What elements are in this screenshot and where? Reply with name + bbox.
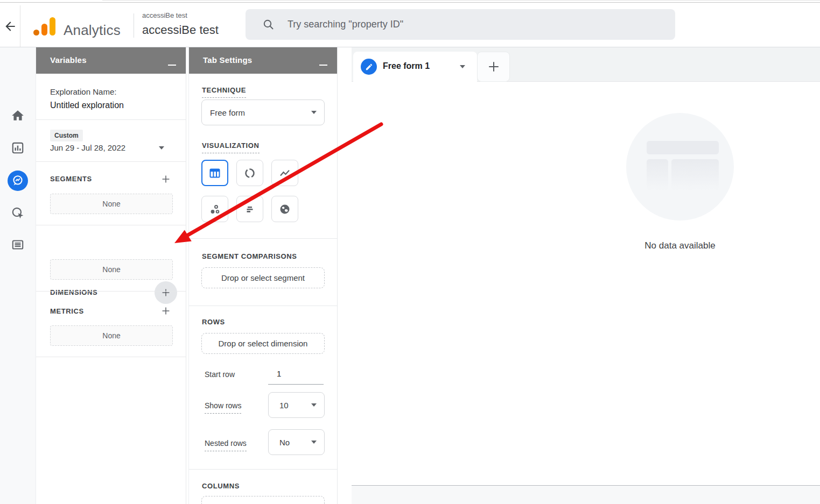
chevron-down-icon	[311, 403, 317, 407]
app-header: Analytics accessiBe test accessiBe test …	[0, 5, 820, 47]
chevron-down-icon	[311, 441, 317, 444]
divider	[36, 291, 186, 292]
viz-donut-button[interactable]	[236, 160, 263, 186]
technique-select[interactable]: Free form	[201, 100, 325, 125]
sidebar-item-reports[interactable]	[5, 135, 31, 161]
show-rows-value: 10	[279, 401, 289, 410]
columns-label: COLUMNS	[202, 482, 240, 490]
variables-panel: Variables Exploration Name: Untitled exp…	[36, 47, 186, 504]
add-segment-button[interactable]	[155, 168, 177, 190]
header-divider	[20, 5, 20, 47]
search-icon	[262, 18, 275, 31]
segment-drop-zone[interactable]: Drop or select segment	[201, 267, 325, 288]
donut-chart-icon	[243, 167, 256, 180]
viz-table-button[interactable]	[201, 160, 228, 186]
date-range-badge: Custom	[50, 130, 83, 141]
browser-chrome-line	[102, 0, 820, 1]
header-divider	[134, 13, 134, 38]
sidebar-item-library[interactable]	[5, 232, 31, 258]
date-range-value[interactable]: Jun 29 - Jul 28, 2022	[50, 143, 125, 152]
divider	[36, 161, 186, 162]
divider	[36, 225, 186, 225]
empty-state-text: No data available	[599, 240, 761, 251]
divider	[189, 469, 337, 470]
dimensions-none-box[interactable]: None	[50, 259, 173, 280]
dimensions-label: DIMENSIONS	[50, 288, 97, 296]
chevron-down-icon[interactable]	[159, 146, 164, 150]
minimize-panel-button[interactable]	[168, 65, 176, 66]
nav-rail	[0, 47, 36, 504]
sidebar-item-advertising[interactable]	[5, 200, 31, 226]
show-rows-select[interactable]: 10	[268, 392, 325, 418]
globe-icon	[278, 203, 291, 216]
add-tab-button[interactable]	[477, 52, 510, 82]
empty-state-illustration	[626, 113, 734, 221]
exploration-name-value[interactable]: Untitled exploration	[50, 101, 124, 110]
edit-pencil-icon[interactable]	[361, 59, 377, 75]
show-rows-label: Show rows	[205, 401, 241, 414]
canvas-card: No data available	[352, 82, 820, 486]
back-button[interactable]	[3, 19, 17, 33]
divider	[36, 357, 186, 357]
rows-label: ROWS	[202, 318, 225, 326]
search-placeholder: Try searching "property ID"	[288, 19, 403, 30]
segments-none-box[interactable]: None	[50, 194, 173, 214]
segment-comparisons-label: SEGMENT COMPARISONS	[202, 252, 297, 260]
analytics-logo-icon[interactable]	[32, 17, 57, 37]
columns-drop-zone[interactable]	[201, 496, 325, 504]
search-input[interactable]: Try searching "property ID"	[246, 9, 675, 40]
start-row-input[interactable]: 1	[277, 369, 281, 378]
start-row-underline	[268, 384, 324, 385]
start-row-label: Start row	[205, 370, 235, 379]
viz-geo-button[interactable]	[271, 196, 298, 222]
visualization-label: VISUALIZATION	[202, 141, 260, 153]
divider	[189, 306, 337, 306]
exploration-canvas: No data available Free form 1	[352, 47, 820, 504]
technique-label: TECHNIQUE	[202, 86, 246, 98]
nested-rows-label: Nested rows	[205, 439, 247, 451]
metrics-none-box[interactable]: None	[50, 325, 173, 346]
tab-free-form-1[interactable]: Free form 1	[353, 52, 477, 82]
sidebar-item-explore[interactable]	[5, 168, 31, 194]
property-selector[interactable]: accessiBe test	[142, 23, 219, 37]
tab-settings-panel: Tab Settings TECHNIQUE Free form VISUALI…	[188, 47, 338, 504]
exploration-name-label: Exploration Name:	[50, 87, 116, 96]
variables-panel-title: Variables	[50, 55, 87, 65]
viz-bar-button[interactable]	[236, 196, 263, 222]
viz-line-button[interactable]	[271, 160, 298, 186]
browser-chrome-line	[0, 2, 820, 3]
ga-explorations-screen: Analytics accessiBe test accessiBe test …	[0, 0, 820, 504]
line-chart-icon	[278, 167, 291, 180]
bar-chart-icon	[243, 203, 256, 216]
chevron-down-icon[interactable]	[460, 65, 465, 68]
table-icon	[208, 167, 221, 180]
variables-panel-header: Variables	[36, 47, 186, 74]
tab-title: Free form 1	[383, 61, 430, 71]
divider	[36, 119, 186, 120]
nested-rows-select[interactable]: No	[268, 429, 325, 455]
tab-settings-title: Tab Settings	[203, 55, 252, 65]
minimize-panel-button[interactable]	[319, 65, 327, 66]
explore-active-icon	[8, 171, 28, 191]
viz-scatter-button[interactable]	[201, 196, 228, 222]
scatter-chart-icon	[208, 203, 221, 216]
tab-settings-panel-header: Tab Settings	[189, 47, 337, 74]
rows-drop-zone[interactable]: Drop or select dimension	[201, 333, 325, 354]
divider	[189, 238, 337, 239]
technique-value: Free form	[210, 108, 245, 117]
account-name: accessiBe test	[142, 11, 187, 19]
metrics-label: METRICS	[50, 307, 84, 315]
app-name: Analytics	[64, 22, 121, 39]
nested-rows-value: No	[279, 438, 290, 447]
add-metric-button[interactable]	[155, 300, 177, 322]
segments-label: SEGMENTS	[50, 175, 92, 183]
chevron-down-icon	[311, 111, 317, 114]
sidebar-item-home[interactable]	[5, 103, 31, 129]
